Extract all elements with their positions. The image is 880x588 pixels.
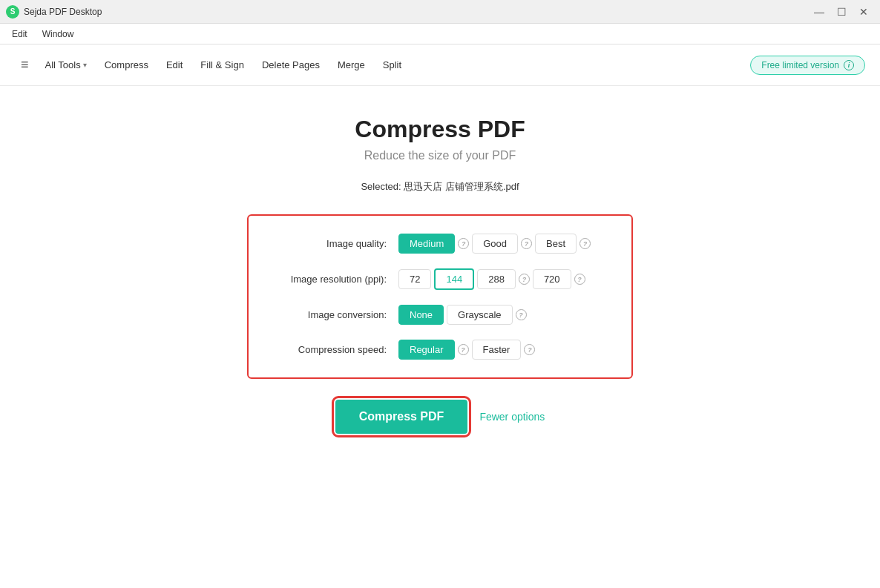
quality-good-help-icon[interactable]: ? bbox=[521, 238, 532, 249]
action-row: Compress PDF Fewer options bbox=[335, 400, 545, 434]
menu-bar: Edit Window bbox=[0, 24, 880, 44]
main-content: Compress PDF Reduce the size of your PDF… bbox=[0, 86, 880, 588]
image-conversion-label: Image conversion: bbox=[272, 309, 398, 320]
info-icon: i bbox=[844, 60, 854, 70]
conversion-grayscale-button[interactable]: Grayscale bbox=[447, 305, 513, 325]
options-panel: Image quality: Medium ? Good ? Best ? Im… bbox=[247, 214, 633, 379]
quality-medium-help-icon[interactable]: ? bbox=[458, 238, 469, 249]
selected-file-info: Selected: 思迅天店 店铺管理系统.pdf bbox=[361, 180, 519, 194]
resolution-72-button[interactable]: 72 bbox=[398, 269, 431, 289]
free-version-label: Free limited version bbox=[761, 60, 839, 70]
image-quality-group: Medium ? Good ? Best ? bbox=[398, 234, 591, 254]
image-conversion-row: Image conversion: None Grayscale ? bbox=[272, 305, 608, 325]
app-title: Sejda PDF Desktop bbox=[24, 7, 102, 17]
selected-prefix: Selected: bbox=[361, 181, 404, 192]
nav-split[interactable]: Split bbox=[375, 55, 409, 75]
resolution-720-help-icon[interactable]: ? bbox=[574, 274, 585, 285]
image-resolution-group: 72 144 288 ? 720 ? bbox=[398, 268, 585, 290]
conversion-grayscale-help-icon[interactable]: ? bbox=[516, 309, 527, 320]
all-tools-button[interactable]: All Tools ▾ bbox=[38, 55, 94, 75]
window-controls: — ☐ ✕ bbox=[809, 1, 874, 22]
resolution-288-help-icon[interactable]: ? bbox=[519, 274, 530, 285]
maximize-button[interactable]: ☐ bbox=[831, 1, 852, 22]
toolbar: ≡ All Tools ▾ Compress Edit Fill & Sign … bbox=[0, 44, 880, 86]
compress-pdf-button[interactable]: Compress PDF bbox=[335, 400, 468, 434]
fewer-options-button[interactable]: Fewer options bbox=[479, 411, 545, 423]
nav-compress[interactable]: Compress bbox=[97, 55, 156, 75]
nav-merge[interactable]: Merge bbox=[330, 55, 372, 75]
chevron-down-icon: ▾ bbox=[83, 61, 87, 69]
image-quality-row: Image quality: Medium ? Good ? Best ? bbox=[272, 234, 608, 254]
nav-edit[interactable]: Edit bbox=[159, 55, 190, 75]
close-button[interactable]: ✕ bbox=[853, 1, 874, 22]
menu-window[interactable]: Window bbox=[36, 27, 80, 42]
conversion-none-button[interactable]: None bbox=[398, 305, 444, 325]
resolution-720-button[interactable]: 720 bbox=[533, 269, 571, 289]
hamburger-button[interactable]: ≡ bbox=[15, 54, 35, 76]
menu-edit[interactable]: Edit bbox=[6, 27, 33, 42]
app-icon: S bbox=[6, 5, 19, 19]
nav-delete-pages[interactable]: Delete Pages bbox=[255, 55, 327, 75]
image-resolution-label: Image resolution (ppi): bbox=[272, 274, 398, 285]
compression-speed-label: Compression speed: bbox=[272, 344, 398, 355]
speed-regular-help-icon[interactable]: ? bbox=[458, 344, 469, 355]
selected-filename: 思迅天店 店铺管理系统.pdf bbox=[404, 181, 519, 192]
toolbar-left: ≡ All Tools ▾ Compress Edit Fill & Sign … bbox=[15, 54, 409, 76]
minimize-button[interactable]: — bbox=[809, 1, 830, 22]
image-resolution-row: Image resolution (ppi): 72 144 288 ? 720… bbox=[272, 268, 608, 290]
speed-faster-button[interactable]: Faster bbox=[472, 340, 522, 360]
speed-faster-help-icon[interactable]: ? bbox=[524, 344, 535, 355]
page-title: Compress PDF bbox=[355, 116, 525, 143]
image-conversion-group: None Grayscale ? bbox=[398, 305, 527, 325]
all-tools-label: All Tools bbox=[45, 59, 81, 70]
compression-speed-row: Compression speed: Regular ? Faster ? bbox=[272, 340, 608, 360]
image-quality-label: Image quality: bbox=[272, 238, 398, 249]
page-subtitle: Reduce the size of your PDF bbox=[364, 149, 516, 162]
title-bar: S Sejda PDF Desktop — ☐ ✕ bbox=[0, 0, 880, 24]
quality-best-button[interactable]: Best bbox=[535, 234, 577, 254]
compression-speed-group: Regular ? Faster ? bbox=[398, 340, 535, 360]
title-bar-left: S Sejda PDF Desktop bbox=[6, 5, 102, 19]
quality-medium-button[interactable]: Medium bbox=[398, 234, 455, 254]
free-version-badge[interactable]: Free limited version i bbox=[750, 56, 865, 75]
nav-fill-sign[interactable]: Fill & Sign bbox=[193, 55, 252, 75]
quality-good-button[interactable]: Good bbox=[472, 234, 518, 254]
quality-best-help-icon[interactable]: ? bbox=[579, 238, 591, 249]
resolution-144-button[interactable]: 144 bbox=[434, 268, 474, 290]
resolution-288-button[interactable]: 288 bbox=[477, 269, 516, 289]
speed-regular-button[interactable]: Regular bbox=[398, 340, 455, 360]
